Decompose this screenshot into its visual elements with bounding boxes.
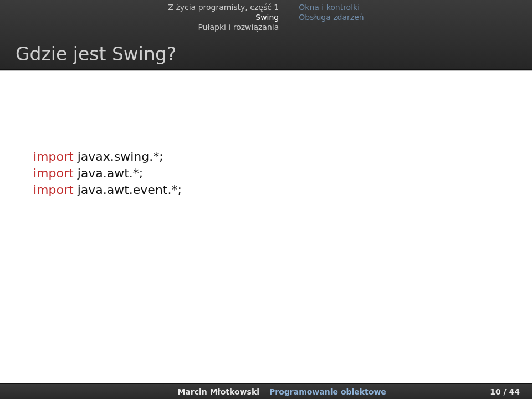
header-nav: Z życia programisty, część 1 Swing Pułap… (0, 2, 532, 32)
keyword: import (33, 166, 74, 180)
section-link[interactable]: Z życia programisty, część 1 (168, 2, 279, 12)
keyword: import (33, 150, 74, 163)
code-text: java.awt.*; (74, 166, 144, 180)
slide-footer: Marcin Młotkowski Programowanie obiektow… (0, 383, 532, 399)
code-text: java.awt.event.*; (74, 183, 182, 197)
code-line: import java.awt.*; (33, 165, 182, 182)
keyword: import (33, 183, 74, 197)
subsection-link[interactable]: Obsługa zdarzeń (299, 12, 364, 22)
section-link[interactable]: Pułapki i rozwiązania (168, 22, 279, 32)
footer-author: Marcin Młotkowski (0, 387, 266, 396)
slide: Z życia programisty, część 1 Swing Pułap… (0, 0, 532, 399)
subsection-link[interactable]: Okna i kontrolki (299, 2, 364, 12)
section-link-current[interactable]: Swing (168, 12, 279, 22)
subsection-nav: Okna i kontrolki Obsługa zdarzeń (299, 2, 364, 32)
slide-body: import javax.swing.*; import java.awt.*;… (0, 71, 532, 383)
section-nav: Z życia programisty, część 1 Swing Pułap… (168, 2, 279, 32)
code-text: javax.swing.*; (74, 150, 163, 163)
footer-course[interactable]: Programowanie obiektowe (266, 387, 490, 396)
code-block: import javax.swing.*; import java.awt.*;… (33, 149, 182, 198)
code-line: import javax.swing.*; (33, 149, 182, 165)
slide-title: Gdzie jest Swing? (16, 43, 176, 65)
footer-page: 10 / 44 (490, 387, 532, 396)
slide-header: Z życia programisty, część 1 Swing Pułap… (0, 0, 532, 70)
code-line: import java.awt.event.*; (33, 182, 182, 198)
